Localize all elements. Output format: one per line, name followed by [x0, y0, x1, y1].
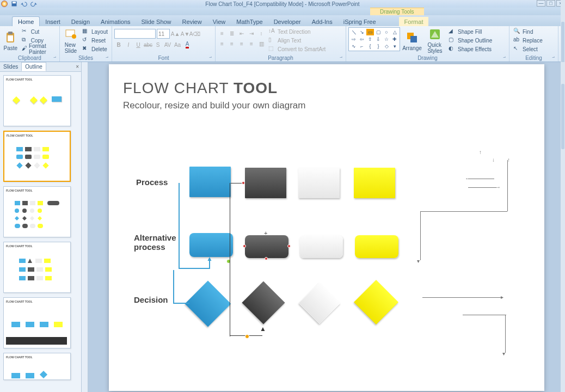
shape-process-dark[interactable]	[245, 168, 286, 198]
shape-star-icon[interactable]: ☆	[383, 36, 390, 42]
find-button[interactable]: 🔍Find	[512, 27, 544, 36]
save-icon[interactable]	[11, 1, 17, 7]
tab-addins[interactable]: Add-Ins	[306, 17, 338, 26]
font-size-combo[interactable]	[157, 29, 170, 39]
paste-button[interactable]: Paste	[2, 27, 19, 54]
reset-button[interactable]: ↺Reset	[81, 36, 109, 45]
align-left-icon[interactable]: ≡	[218, 39, 226, 48]
office-button[interactable]	[1, 1, 8, 7]
thumbnail-3[interactable]: FLOW CHART TOOL	[3, 186, 71, 237]
thumbnail-1[interactable]: FLOW CHART TOOL	[3, 75, 71, 126]
delete-button[interactable]: ✖Delete	[81, 45, 109, 53]
spacing-icon[interactable]: AV	[163, 40, 172, 49]
shape-arrow2-icon[interactable]: ⇨	[350, 36, 358, 42]
undo-icon[interactable]	[21, 1, 27, 7]
connector-dark-v[interactable]	[230, 183, 230, 336]
thumbnail-4[interactable]: FLOW CHART TOOL	[3, 242, 71, 293]
new-slide-button[interactable]: New Slide	[62, 27, 79, 54]
shape-alt-dark[interactable]	[245, 235, 288, 258]
shape-fill-button[interactable]: ◢Shape Fill	[447, 27, 494, 36]
underline-icon[interactable]: U	[134, 40, 143, 49]
shape-more-icon[interactable]: ▾	[391, 43, 398, 50]
shadow-icon[interactable]: S	[153, 40, 162, 49]
outdent-icon[interactable]: ⇤	[237, 29, 246, 38]
shrink-font-icon[interactable]: A▼	[181, 29, 189, 38]
thumbnails-list[interactable]: FLOW CHART TOOL FLOW CHART TOOL	[0, 72, 81, 392]
text-direction-button[interactable]: ↕AText Direction	[267, 27, 327, 36]
minimize-button[interactable]: —	[537, 0, 545, 7]
layout-button[interactable]: ▦Layout	[81, 27, 109, 36]
connector-blue-v1[interactable]	[179, 183, 180, 269]
shape-arrow-icon[interactable]: ↘	[358, 29, 366, 35]
shape-effects-button[interactable]: ◐Shape Effects	[447, 45, 494, 53]
tab-design[interactable]: Design	[66, 17, 95, 26]
tab-developer[interactable]: Developer	[268, 17, 306, 26]
convert-smartart-button[interactable]: ⬚Convert to SmartArt	[267, 45, 327, 53]
panel-tab-outline[interactable]: Outline	[21, 62, 46, 71]
tab-view[interactable]: View	[207, 17, 231, 26]
slide-canvas[interactable]: FLOW CHART TOOL Recolour, resize and bui…	[109, 64, 544, 391]
selection-handle-right[interactable]	[287, 244, 291, 248]
numbering-icon[interactable]: ≣	[228, 29, 236, 38]
shape-rrect-icon[interactable]: ▢	[374, 29, 382, 35]
connector-blue-h1[interactable]	[179, 268, 210, 269]
italic-icon[interactable]: I	[124, 40, 133, 49]
panel-tab-slides[interactable]: Slides	[0, 63, 21, 71]
tab-format[interactable]: Format	[399, 17, 429, 26]
align-center-icon[interactable]: ≡	[228, 39, 236, 48]
indent-icon[interactable]: ⇥	[247, 29, 256, 38]
shape-curve-icon[interactable]: ∿	[350, 43, 358, 50]
shape-alt-yellow[interactable]	[355, 235, 398, 258]
shape-arrow3-icon[interactable]: ⇦	[358, 36, 366, 42]
shape-process-light[interactable]	[298, 168, 340, 198]
tab-review[interactable]: Review	[177, 17, 207, 26]
thumbnail-2[interactable]: FLOW CHART TOOL	[3, 131, 71, 182]
thumbnail-5[interactable]: FLOW CHART TOOL	[3, 297, 71, 348]
quick-styles-button[interactable]: Quick Styles	[424, 27, 446, 54]
shape-arrow5-icon[interactable]: ⇩	[374, 36, 382, 42]
align-text-button[interactable]: ▯Align Text	[267, 36, 327, 45]
tab-ispring[interactable]: iSpring Free	[338, 17, 382, 26]
justify-icon[interactable]: ≡	[247, 39, 256, 48]
shape-oval-icon[interactable]: ○	[383, 29, 390, 35]
bold-icon[interactable]: B	[114, 40, 123, 49]
shape-decision-dark[interactable]	[242, 281, 285, 324]
shape-decision-blue[interactable]	[185, 281, 231, 327]
bullets-icon[interactable]: ≡	[218, 29, 226, 38]
tab-animations[interactable]: Animations	[95, 17, 136, 26]
slide-edit-area[interactable]: FLOW CHART TOOL Recolour, resize and bui…	[88, 62, 565, 392]
line-spacing-icon[interactable]: ↕	[257, 29, 266, 38]
shape-alt-light[interactable]	[299, 235, 343, 258]
shape-outline-button[interactable]: ▢Shape Outline	[447, 36, 494, 45]
connector-blue-h2[interactable]	[173, 303, 189, 304]
shape-elbow-icon[interactable]: ⌐	[358, 43, 366, 50]
cut-button[interactable]: ✂Cut	[20, 27, 57, 36]
tab-insert[interactable]: Insert	[40, 17, 66, 26]
tab-home[interactable]: Home	[12, 16, 40, 26]
shape-brace2-icon[interactable]: }	[374, 43, 382, 50]
connector-blue-v3[interactable]	[173, 270, 174, 304]
shape-rect-icon[interactable]: ▭	[366, 29, 374, 35]
shapes-gallery[interactable]: ＼ ↘ ▭ ▢ ○ △ ⇨ ⇦ ⇧ ⇩ ☆ ✚ ∿ ⌐ { } ◇ ▾	[348, 27, 400, 51]
replace-button[interactable]: abReplace	[512, 36, 544, 45]
tab-slideshow[interactable]: Slide Show	[136, 17, 177, 26]
case-icon[interactable]: Aa	[173, 40, 182, 49]
shape-plus-icon[interactable]: ✚	[391, 36, 398, 42]
tab-mathtype[interactable]: MathType	[231, 17, 268, 26]
shape-brace-icon[interactable]: {	[366, 43, 374, 50]
selection-handle-bottom[interactable]	[265, 257, 268, 260]
strike-icon[interactable]: abc	[144, 40, 152, 49]
select-button[interactable]: ↖Select	[512, 45, 544, 53]
grow-font-icon[interactable]: A▲	[171, 29, 180, 38]
shape-alt-blue[interactable]	[189, 233, 233, 257]
font-name-combo[interactable]	[114, 29, 156, 39]
align-right-icon[interactable]: ≡	[237, 39, 246, 48]
redo-icon[interactable]	[30, 1, 37, 7]
arrange-button[interactable]: Arrange	[401, 27, 423, 54]
selection-handle-left[interactable]	[243, 244, 246, 248]
font-color-icon[interactable]: A	[183, 40, 192, 49]
connector-endpoint[interactable]	[242, 181, 245, 185]
shape-arrow4-icon[interactable]: ⇧	[366, 36, 374, 42]
shape-decision-light[interactable]	[299, 283, 340, 324]
shape-callout-icon[interactable]: ◇	[383, 43, 390, 50]
